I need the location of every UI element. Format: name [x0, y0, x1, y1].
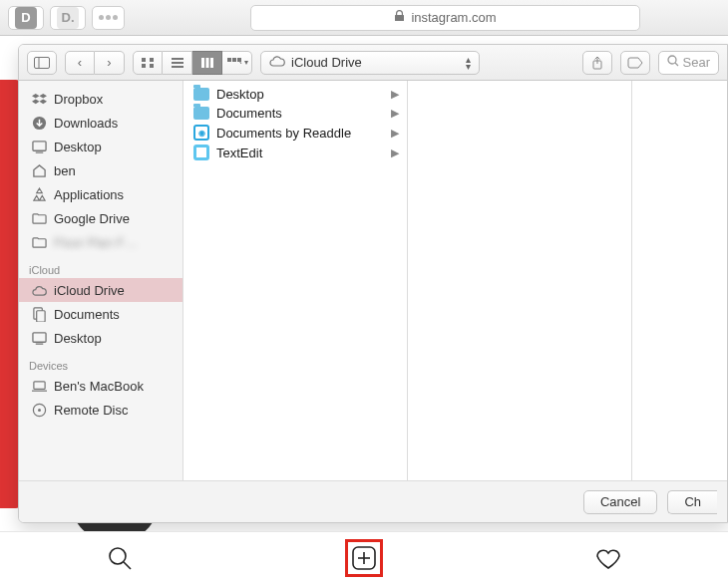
doc-icon	[31, 306, 47, 322]
sidebar-item-applications[interactable]: Applications	[19, 182, 182, 206]
sidebar-item-desktop2[interactable]: Desktop	[19, 326, 182, 350]
column-item-label: Documents by Readdle	[216, 126, 351, 141]
cloud-icon	[269, 55, 285, 70]
svg-rect-12	[227, 58, 231, 62]
folder-icon	[193, 107, 209, 120]
svg-rect-25	[33, 381, 44, 389]
column-item-label: Documents	[216, 106, 282, 121]
updown-icon: ▴▾	[466, 56, 471, 70]
tag-icon	[627, 57, 643, 69]
sidebar-icon	[34, 57, 50, 69]
svg-rect-0	[35, 57, 50, 68]
chevron-right-icon: ›	[107, 55, 111, 70]
back-button[interactable]: ‹	[65, 51, 95, 75]
search-placeholder: Sear	[683, 55, 710, 70]
url-host: instagram.com	[411, 10, 496, 25]
ig-activity-button[interactable]	[594, 544, 622, 572]
svg-rect-10	[205, 58, 208, 68]
svg-rect-5	[150, 64, 154, 68]
svg-point-28	[38, 409, 41, 412]
location-popup[interactable]: iCloud Drive ▴▾	[260, 51, 480, 75]
sidebar-item-dropbox[interactable]: Dropbox	[19, 87, 182, 111]
cancel-button[interactable]: Cancel	[583, 490, 657, 514]
forward-button[interactable]: ›	[95, 51, 125, 75]
column-item-label: TextEdit	[216, 146, 262, 160]
url-bar[interactable]: instagram.com	[250, 5, 640, 31]
sidebar-item-label: Dropbox	[54, 92, 103, 107]
svg-point-29	[110, 548, 126, 564]
apps-icon	[31, 186, 47, 202]
tab-badge-1[interactable]: D	[8, 6, 44, 30]
svg-rect-23	[32, 332, 45, 341]
sidebar-item-label: ben	[54, 163, 76, 178]
svg-rect-2	[142, 58, 146, 62]
desktop-icon	[31, 139, 47, 154]
sidebar-item-gdrive[interactable]: Google Drive	[19, 206, 182, 230]
view-icons-button[interactable]	[133, 51, 163, 75]
chevron-left-icon: ‹	[78, 55, 82, 70]
sidebar-item-label: Documents	[54, 307, 120, 322]
sidebar-item-documents[interactable]: Documents	[19, 302, 182, 326]
chevron-right-icon: ▶	[391, 146, 399, 159]
tags-button[interactable]	[620, 51, 650, 75]
heart-icon	[595, 545, 621, 571]
folder-icon	[31, 210, 47, 226]
column-item[interactable]: TextEdit▶	[183, 143, 407, 162]
share-button[interactable]	[582, 51, 612, 75]
column-item[interactable]: Desktop▶	[183, 85, 407, 104]
grid-icon	[141, 57, 155, 69]
column-item[interactable]: ◉Documents by Readdle▶	[183, 123, 407, 143]
sidebar-toggle-button[interactable]	[27, 51, 57, 75]
tab-badge-2[interactable]: D.	[50, 6, 86, 30]
dropbox-icon	[31, 91, 47, 107]
location-label: iCloud Drive	[291, 55, 362, 70]
column-1[interactable]: Desktop▶Documents▶◉Documents by Readdle▶…	[183, 81, 408, 480]
plus-square-icon	[351, 545, 377, 571]
lock-icon	[394, 10, 405, 25]
sidebar-item-blurred[interactable]: Floor Plan F…	[19, 230, 182, 254]
disc-icon	[31, 402, 47, 418]
letter-d-light-icon: D.	[57, 7, 79, 29]
view-gallery-button[interactable]: ▾	[222, 51, 252, 75]
ig-new-post-button[interactable]	[350, 544, 378, 572]
app-icon: ◉	[193, 125, 209, 141]
letter-d-icon: D	[15, 7, 37, 29]
choose-button[interactable]: Ch	[667, 490, 717, 514]
nav-back-forward: ‹ ›	[65, 51, 125, 75]
share-icon	[591, 56, 603, 70]
sidebar-item-desktop[interactable]: Desktop	[19, 135, 182, 158]
ig-search-button[interactable]	[106, 544, 134, 572]
search-field[interactable]: Sear	[658, 51, 719, 75]
svg-rect-3	[150, 58, 154, 62]
view-list-button[interactable]	[163, 51, 192, 75]
column-item[interactable]: Documents▶	[183, 104, 407, 123]
svg-point-16	[668, 56, 676, 64]
sidebar-item-home[interactable]: ben	[19, 158, 182, 182]
tab-overflow[interactable]	[92, 6, 125, 30]
svg-rect-22	[36, 310, 44, 321]
desktop-icon	[31, 330, 47, 346]
dots-icon	[99, 15, 118, 20]
sidebar-section-devices: Devices	[19, 350, 182, 374]
folder-icon	[31, 234, 47, 250]
sidebar-item-downloads[interactable]: Downloads	[19, 111, 182, 135]
column-2[interactable]	[408, 81, 632, 480]
sidebar-item-mac[interactable]: Ben's MacBook	[19, 374, 182, 398]
download-icon	[31, 115, 47, 131]
svg-rect-9	[201, 58, 204, 68]
gallery-icon	[226, 57, 242, 69]
chevron-right-icon: ▶	[391, 107, 399, 120]
view-columns-button[interactable]	[192, 51, 222, 75]
sidebar-item-remotedisc[interactable]: Remote Disc	[19, 398, 182, 422]
sidebar-item-label: Desktop	[54, 140, 102, 154]
textedit-icon	[193, 145, 209, 160]
columns-icon	[200, 57, 214, 69]
sidebar-item-iclouddrive[interactable]: iCloud Drive	[19, 278, 182, 302]
search-icon	[667, 55, 679, 70]
laptop-icon	[31, 378, 47, 394]
svg-rect-11	[210, 58, 213, 68]
safari-toolbar: D D. instagram.com	[0, 0, 728, 36]
sidebar-item-label: Ben's MacBook	[54, 379, 144, 394]
sidebar-item-label: Downloads	[54, 116, 118, 131]
svg-line-30	[124, 562, 131, 569]
